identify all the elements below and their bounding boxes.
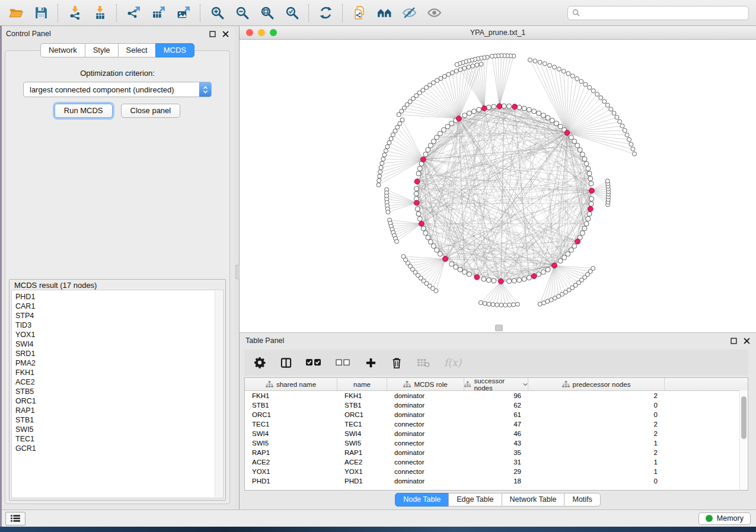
table-cell[interactable]: SWI5: [245, 438, 337, 448]
column-header-successor-nodes[interactable]: successor nodes: [464, 378, 528, 390]
table-cell[interactable]: dominator: [387, 476, 464, 486]
table-cell[interactable]: 31: [464, 457, 528, 467]
window-close-button[interactable]: [246, 29, 253, 36]
run-mcds-button[interactable]: Run MCDS: [55, 104, 113, 118]
table-cell[interactable]: TEC1: [245, 419, 337, 429]
table-cell[interactable]: ORC1: [337, 410, 387, 419]
table-cell[interactable]: SWI4: [245, 429, 337, 438]
table-row[interactable]: FKH1FKH1dominator962: [245, 391, 748, 400]
save-icon[interactable]: [30, 3, 52, 23]
table-cell[interactable]: ACE2: [245, 457, 337, 467]
table-cell[interactable]: connector: [387, 438, 464, 448]
column-header-predecessor-nodes[interactable]: predecessor nodes: [528, 378, 665, 390]
tab-network-table[interactable]: Network Table: [502, 493, 565, 507]
mcds-node-item[interactable]: PHD1: [15, 292, 223, 302]
table-row[interactable]: SWI4SWI4dominator462: [245, 429, 748, 438]
splitter-grip[interactable]: [235, 265, 240, 279]
mcds-node-item[interactable]: TID3: [15, 321, 223, 330]
table-cell[interactable]: 0: [528, 400, 665, 410]
table-cell[interactable]: ORC1: [245, 410, 337, 419]
column-header-MCDS-role[interactable]: MCDS role: [387, 378, 464, 390]
table-row[interactable]: RAP1RAP1dominator352: [245, 448, 748, 457]
columns-icon[interactable]: [280, 355, 292, 370]
node-table[interactable]: shared namenameMCDS rolesuccessor nodesp…: [244, 377, 748, 491]
table-cell[interactable]: 2: [528, 419, 665, 429]
first-neighbors-icon[interactable]: [374, 3, 395, 23]
network-view[interactable]: [240, 40, 756, 332]
table-cell[interactable]: 1: [528, 457, 665, 467]
tab-mcds[interactable]: MCDS: [155, 43, 194, 57]
float-table-panel-icon[interactable]: [731, 338, 737, 344]
table-cell[interactable]: dominator: [387, 391, 464, 400]
close-panel-button[interactable]: Close panel: [121, 104, 181, 118]
table-cell[interactable]: dominator: [387, 429, 464, 438]
mcds-node-item[interactable]: GCR1: [15, 444, 223, 453]
optimization-criterion-dropdown[interactable]: largest connected component (undirected): [23, 82, 212, 97]
close-table-panel-icon[interactable]: [744, 338, 750, 344]
table-row[interactable]: ORC1ORC1dominator610: [245, 410, 748, 419]
table-cell[interactable]: TEC1: [337, 419, 387, 429]
select-all-icon[interactable]: [306, 355, 321, 370]
export-network-icon[interactable]: [123, 3, 144, 23]
table-cell[interactable]: PHD1: [337, 476, 387, 486]
mcds-node-item[interactable]: TEC1: [15, 434, 223, 444]
settings-icon[interactable]: [254, 355, 266, 370]
export-table-icon[interactable]: [148, 3, 169, 23]
table-cell[interactable]: 35: [464, 448, 528, 457]
tab-select[interactable]: Select: [118, 43, 156, 57]
table-cell[interactable]: FKH1: [245, 391, 337, 400]
window-zoom-button[interactable]: [270, 29, 277, 36]
table-row[interactable]: SWI5SWI5connector431: [245, 438, 748, 448]
table-cell[interactable]: 43: [464, 438, 528, 448]
table-cell[interactable]: dominator: [387, 410, 464, 419]
export-image-icon[interactable]: [173, 3, 194, 23]
table-cell[interactable]: 61: [464, 410, 528, 419]
mcds-node-item[interactable]: STB5: [15, 387, 223, 396]
table-row[interactable]: PHD1PHD1dominator180: [245, 476, 748, 486]
duplicate-network-icon[interactable]: [349, 3, 370, 23]
import-network-icon[interactable]: [64, 3, 85, 23]
mcds-node-item[interactable]: RAP1: [15, 406, 223, 415]
mcds-node-item[interactable]: SRD1: [15, 349, 223, 358]
table-cell[interactable]: dominator: [387, 448, 464, 457]
table-row[interactable]: TEC1TEC1connector472: [245, 419, 748, 429]
table-cell[interactable]: 18: [464, 476, 528, 486]
close-panel-icon[interactable]: [222, 31, 229, 37]
table-cell[interactable]: PHD1: [245, 476, 337, 486]
add-icon[interactable]: [365, 355, 377, 370]
table-cell[interactable]: connector: [387, 419, 464, 429]
table-cell[interactable]: 29: [464, 467, 528, 476]
float-panel-icon[interactable]: [209, 31, 216, 37]
table-cell[interactable]: 47: [464, 419, 528, 429]
table-cell[interactable]: 2: [528, 448, 665, 457]
zoom-in-icon[interactable]: [206, 3, 228, 23]
search-input[interactable]: [583, 8, 744, 18]
mcds-result-list[interactable]: PHD1CAR1STP4TID3YOX1SWI4SRD1PMA2FKH1ACE2…: [11, 290, 224, 498]
table-cell[interactable]: 0: [528, 476, 665, 486]
tab-node-table[interactable]: Node Table: [395, 493, 449, 507]
table-scrollbar[interactable]: [739, 390, 748, 490]
table-cell[interactable]: SWI5: [337, 438, 387, 448]
table-cell[interactable]: 1: [528, 438, 665, 448]
table-cell[interactable]: STB1: [245, 400, 337, 410]
tab-motifs[interactable]: Motifs: [564, 493, 600, 507]
mcds-node-item[interactable]: PMA2: [15, 358, 223, 368]
import-table-icon[interactable]: [89, 3, 110, 23]
table-cell[interactable]: SWI4: [337, 429, 387, 438]
network-graph[interactable]: [240, 40, 756, 332]
hide-selected-icon[interactable]: [398, 3, 420, 23]
status-menu-button[interactable]: [5, 512, 25, 525]
table-cell[interactable]: RAP1: [337, 448, 387, 457]
table-cell[interactable]: YOX1: [245, 467, 337, 476]
table-cell[interactable]: 2: [528, 429, 665, 438]
mcds-node-item[interactable]: CAR1: [15, 302, 223, 311]
column-header-name[interactable]: name: [337, 378, 387, 390]
network-hscroll-thumb[interactable]: [495, 325, 503, 331]
mcds-node-item[interactable]: SWI4: [15, 339, 223, 349]
mcds-node-item[interactable]: YOX1: [15, 330, 223, 339]
table-row[interactable]: YOX1YOX1connector291: [245, 467, 748, 476]
open-icon[interactable]: [5, 3, 27, 23]
panel-splitter[interactable]: [235, 26, 240, 509]
table-cell[interactable]: 1: [528, 467, 665, 476]
column-header-shared-name[interactable]: shared name: [245, 378, 337, 390]
